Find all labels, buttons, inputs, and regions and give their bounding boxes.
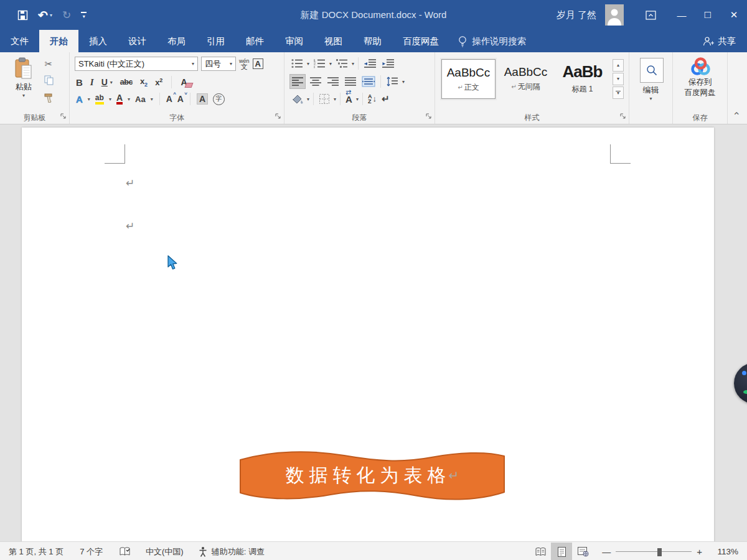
styles-more-button[interactable]: ▾ bbox=[613, 86, 624, 99]
strikethrough-button[interactable]: abc bbox=[120, 78, 133, 86]
clear-formatting-button[interactable]: A bbox=[181, 77, 187, 87]
tell-me-search[interactable]: 操作说明搜索 bbox=[449, 30, 535, 52]
font-size-combo[interactable]: 四号 ▾ bbox=[201, 57, 236, 71]
web-layout-button[interactable] bbox=[572, 543, 593, 560]
bullets-caret[interactable]: ▾ bbox=[307, 61, 309, 67]
numbering-button[interactable] bbox=[312, 57, 327, 70]
change-case-caret[interactable]: ▾ bbox=[151, 96, 153, 102]
read-mode-button[interactable] bbox=[530, 543, 551, 560]
format-painter-button[interactable] bbox=[44, 93, 54, 105]
asian-layout-button[interactable]: A ⇄ bbox=[344, 93, 354, 106]
font-color-button[interactable]: A bbox=[116, 93, 123, 105]
proofing-status-button[interactable] bbox=[119, 546, 131, 557]
tab-help[interactable]: 帮助 bbox=[353, 30, 392, 52]
undo-dropdown-caret[interactable]: ▾ bbox=[50, 12, 52, 18]
print-layout-button[interactable] bbox=[551, 543, 572, 560]
save-button[interactable] bbox=[17, 10, 28, 21]
shading-caret[interactable]: ▾ bbox=[307, 96, 309, 102]
shading-button[interactable] bbox=[289, 92, 304, 106]
align-left-button[interactable] bbox=[289, 74, 306, 89]
distribute-button[interactable] bbox=[360, 75, 377, 88]
numbering-caret[interactable]: ▾ bbox=[329, 61, 332, 67]
line-spacing-button[interactable] bbox=[385, 75, 400, 88]
highlight-button[interactable]: ab bbox=[95, 94, 104, 105]
user-name[interactable]: 岁月 了然 bbox=[557, 9, 596, 21]
tab-design[interactable]: 设计 bbox=[118, 30, 157, 52]
cut-button[interactable]: ✂ bbox=[45, 58, 53, 70]
redo-button[interactable]: ↻ bbox=[62, 9, 71, 22]
text-effects-caret[interactable]: ▾ bbox=[88, 96, 90, 102]
editing-dropdown-button[interactable] bbox=[640, 58, 664, 83]
styles-scroll-down-button[interactable]: ▾ bbox=[613, 73, 624, 85]
show-hide-marks-button[interactable]: ↵ bbox=[380, 92, 391, 106]
tab-review[interactable]: 审阅 bbox=[275, 30, 314, 52]
tab-references[interactable]: 引用 bbox=[196, 30, 235, 52]
avatar[interactable] bbox=[605, 4, 624, 26]
styles-dialog-launcher[interactable] bbox=[619, 111, 626, 122]
tab-file[interactable]: 文件 bbox=[0, 30, 39, 52]
text-effects-button[interactable]: A bbox=[76, 94, 83, 105]
close-button[interactable]: ✕ bbox=[721, 0, 747, 30]
font-dialog-launcher[interactable] bbox=[275, 111, 281, 122]
enclose-characters-button[interactable]: 字 bbox=[213, 93, 225, 105]
copy-button[interactable] bbox=[44, 75, 54, 88]
styles-scroll-up-button[interactable]: ▴ bbox=[613, 59, 624, 72]
style-card-normal[interactable]: AaBbCc ↵正文 bbox=[441, 59, 496, 99]
style-card-heading1[interactable]: AaBb 标题 1 bbox=[556, 59, 609, 98]
editing-label[interactable]: 编辑 bbox=[629, 85, 672, 96]
decrease-indent-button[interactable] bbox=[362, 57, 378, 70]
italic-button[interactable]: I bbox=[90, 77, 94, 88]
subscript-button[interactable]: x2 bbox=[140, 77, 148, 88]
grow-font-button[interactable]: A˄ bbox=[166, 94, 172, 104]
multilevel-caret[interactable]: ▾ bbox=[352, 61, 354, 67]
underline-caret[interactable]: ▾ bbox=[110, 80, 113, 85]
align-center-button[interactable] bbox=[308, 75, 323, 88]
increase-indent-button[interactable] bbox=[380, 57, 396, 70]
ribbon-display-options-button[interactable] bbox=[637, 0, 664, 30]
undo-button[interactable]: ↶ ▾ bbox=[38, 8, 52, 22]
floating-assistant-ball[interactable] bbox=[734, 363, 747, 404]
multilevel-list-button[interactable] bbox=[334, 57, 349, 70]
character-shading-button[interactable]: A bbox=[197, 93, 208, 105]
align-right-button[interactable] bbox=[326, 75, 341, 88]
paste-button[interactable]: 粘贴 ▾ bbox=[9, 57, 39, 98]
borders-button[interactable] bbox=[317, 92, 331, 106]
zoom-slider-thumb[interactable] bbox=[657, 548, 662, 556]
clipboard-dialog-launcher[interactable] bbox=[60, 111, 67, 122]
phonetic-guide-button[interactable]: wén 文 bbox=[239, 58, 250, 70]
tab-mailings[interactable]: 邮件 bbox=[235, 30, 275, 52]
zoom-slider[interactable] bbox=[616, 547, 692, 557]
paragraph-dialog-launcher[interactable] bbox=[425, 111, 432, 122]
share-button[interactable]: 共享 bbox=[692, 30, 747, 52]
character-border-button[interactable]: A bbox=[253, 58, 263, 69]
page-number-status[interactable]: 第 1 页, 共 1 页 bbox=[9, 546, 63, 558]
language-status[interactable]: 中文(中国) bbox=[146, 546, 184, 558]
tab-home[interactable]: 开始 bbox=[39, 30, 78, 52]
zoom-in-button[interactable]: + bbox=[697, 546, 702, 557]
bullets-button[interactable] bbox=[289, 57, 304, 70]
font-color-caret[interactable]: ▾ bbox=[128, 96, 130, 102]
line-spacing-caret[interactable]: ▾ bbox=[402, 79, 405, 85]
collapse-ribbon-button[interactable]: ⌃ bbox=[733, 110, 741, 122]
bold-button[interactable]: B bbox=[76, 77, 83, 88]
superscript-button[interactable]: x2 bbox=[155, 77, 162, 87]
word-count-status[interactable]: 7 个字 bbox=[80, 546, 103, 558]
paste-dropdown-caret[interactable]: ▾ bbox=[9, 93, 39, 98]
zoom-out-button[interactable]: — bbox=[602, 547, 611, 557]
customize-qat-button[interactable]: ▾ bbox=[81, 12, 87, 18]
tab-view[interactable]: 视图 bbox=[314, 30, 353, 52]
underline-button[interactable]: U bbox=[101, 77, 108, 87]
minimize-button[interactable]: — bbox=[669, 0, 695, 30]
maximize-button[interactable]: □ bbox=[695, 0, 721, 30]
sort-button[interactable]: AZ ↓ bbox=[367, 93, 378, 105]
borders-caret[interactable]: ▾ bbox=[334, 96, 336, 102]
justify-button[interactable] bbox=[343, 75, 358, 88]
accessibility-status[interactable]: 辅助功能: 调查 bbox=[197, 546, 265, 558]
wave-banner-shape[interactable]: 数据转化为表格 ↵ bbox=[238, 449, 506, 502]
tab-baidu-netdisk[interactable]: 百度网盘 bbox=[392, 30, 449, 52]
zoom-level[interactable]: 113% bbox=[708, 547, 738, 556]
shrink-font-button[interactable]: A˅ bbox=[177, 94, 184, 104]
asian-layout-caret[interactable]: ▾ bbox=[356, 96, 359, 102]
font-name-combo[interactable]: STKaiti (中文正文) ▾ bbox=[75, 57, 198, 71]
change-case-button[interactable]: Aa bbox=[135, 95, 146, 104]
